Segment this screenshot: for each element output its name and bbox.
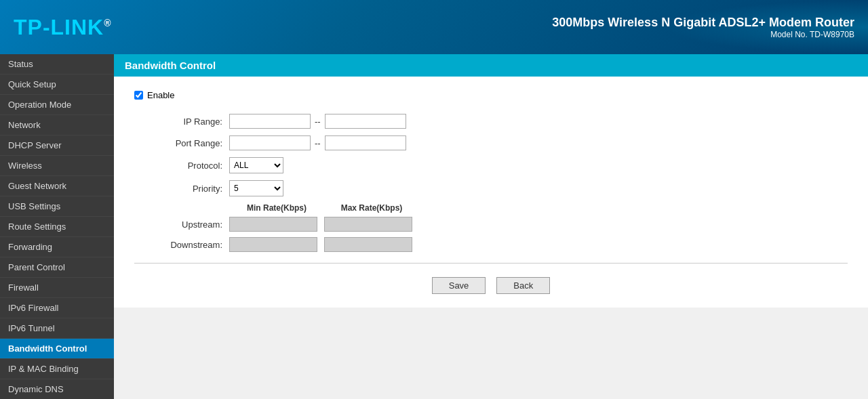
port-range-control: -- bbox=[229, 135, 406, 150]
priority-row: Priority: 12345678 bbox=[134, 180, 848, 196]
sidebar-item-ip-mac-binding[interactable]: IP & MAC Binding bbox=[0, 359, 114, 379]
sidebar-item-guest-network[interactable]: Guest Network bbox=[0, 176, 114, 196]
port-range-dash: -- bbox=[315, 138, 321, 148]
priority-select[interactable]: 12345678 bbox=[229, 180, 283, 196]
logo-symbol: ® bbox=[104, 18, 111, 28]
upstream-inputs bbox=[229, 217, 412, 232]
divider bbox=[134, 263, 848, 264]
content-area: Enable IP Range: -- Port Range: -- bbox=[114, 77, 868, 308]
downstream-max-rate[interactable] bbox=[324, 237, 412, 252]
sidebar-item-wireless[interactable]: Wireless bbox=[0, 156, 114, 176]
sidebar-item-usb-settings[interactable]: USB Settings bbox=[0, 196, 114, 217]
port-range-start[interactable] bbox=[229, 135, 311, 150]
port-range-row: Port Range: -- bbox=[134, 135, 848, 150]
sidebar-item-forwarding[interactable]: Forwarding bbox=[0, 237, 114, 257]
sidebar-item-network[interactable]: Network bbox=[0, 115, 114, 135]
protocol-row: Protocol: ALLTCPUDPTCP/UDPICMP bbox=[134, 157, 848, 173]
max-rate-header: Max Rate(Kbps) bbox=[324, 203, 419, 213]
port-range-end[interactable] bbox=[325, 135, 406, 150]
ip-range-control: -- bbox=[229, 114, 406, 129]
logo-text: TP-LINK bbox=[14, 15, 104, 39]
downstream-min-rate[interactable] bbox=[229, 237, 317, 252]
sidebar-item-parent-control[interactable]: Parent Control bbox=[0, 257, 114, 278]
priority-control: 12345678 bbox=[229, 180, 283, 196]
sidebar-item-ipv6-tunnel[interactable]: IPv6 Tunnel bbox=[0, 318, 114, 339]
sidebar-item-bandwidth-control[interactable]: Bandwidth Control bbox=[0, 339, 114, 359]
sidebar: StatusQuick SetupOperation ModeNetworkDH… bbox=[0, 54, 114, 399]
downstream-label: Downstream: bbox=[134, 240, 229, 250]
save-button[interactable]: Save bbox=[432, 277, 486, 294]
page-title: Bandwidth Control bbox=[114, 54, 868, 77]
ip-range-end[interactable] bbox=[325, 114, 406, 129]
main-content: Bandwidth Control Enable IP Range: -- Po… bbox=[114, 54, 868, 399]
sidebar-item-ipv6-firewall[interactable]: IPv6 Firewall bbox=[0, 298, 114, 318]
min-rate-header: Min Rate(Kbps) bbox=[229, 203, 324, 213]
protocol-select[interactable]: ALLTCPUDPTCP/UDPICMP bbox=[229, 157, 283, 173]
rate-headers: Min Rate(Kbps) Max Rate(Kbps) bbox=[229, 203, 419, 213]
upstream-row: Upstream: bbox=[134, 217, 848, 232]
ip-range-dash: -- bbox=[315, 117, 321, 127]
header-right: 300Mbps Wireless N Gigabit ADSL2+ Modem … bbox=[552, 16, 854, 39]
rate-header-row: Min Rate(Kbps) Max Rate(Kbps) bbox=[134, 203, 848, 213]
upstream-min-rate[interactable] bbox=[229, 217, 317, 232]
downstream-row: Downstream: bbox=[134, 237, 848, 252]
model-number: Model No. TD-W8970B bbox=[552, 30, 854, 39]
protocol-control: ALLTCPUDPTCP/UDPICMP bbox=[229, 157, 283, 173]
logo: TP-LINK® bbox=[14, 15, 112, 40]
port-range-label: Port Range: bbox=[134, 138, 229, 148]
sidebar-item-firewall[interactable]: Firewall bbox=[0, 278, 114, 298]
upstream-max-rate[interactable] bbox=[324, 217, 412, 232]
sidebar-item-quick-setup[interactable]: Quick Setup bbox=[0, 75, 114, 95]
layout: StatusQuick SetupOperation ModeNetworkDH… bbox=[0, 54, 868, 399]
sidebar-item-dhcp-server[interactable]: DHCP Server bbox=[0, 135, 114, 156]
sidebar-item-route-settings[interactable]: Route Settings bbox=[0, 217, 114, 237]
enable-checkbox[interactable] bbox=[134, 91, 143, 100]
enable-row: Enable bbox=[134, 90, 848, 100]
header: TP-LINK® 300Mbps Wireless N Gigabit ADSL… bbox=[0, 0, 868, 54]
product-name: 300Mbps Wireless N Gigabit ADSL2+ Modem … bbox=[552, 16, 854, 30]
ip-range-start[interactable] bbox=[229, 114, 311, 129]
ip-range-label: IP Range: bbox=[134, 117, 229, 127]
enable-label[interactable]: Enable bbox=[147, 90, 174, 100]
protocol-label: Protocol: bbox=[134, 161, 229, 171]
sidebar-item-dynamic-dns[interactable]: Dynamic DNS bbox=[0, 379, 114, 399]
sidebar-item-status[interactable]: Status bbox=[0, 54, 114, 75]
downstream-inputs bbox=[229, 237, 412, 252]
button-row: Save Back bbox=[134, 277, 848, 294]
upstream-label: Upstream: bbox=[134, 219, 229, 230]
priority-label: Priority: bbox=[134, 184, 229, 194]
rate-section: Min Rate(Kbps) Max Rate(Kbps) Upstream: … bbox=[134, 203, 848, 252]
sidebar-item-operation-mode[interactable]: Operation Mode bbox=[0, 95, 114, 115]
back-button[interactable]: Back bbox=[496, 277, 550, 294]
ip-range-row: IP Range: -- bbox=[134, 114, 848, 129]
